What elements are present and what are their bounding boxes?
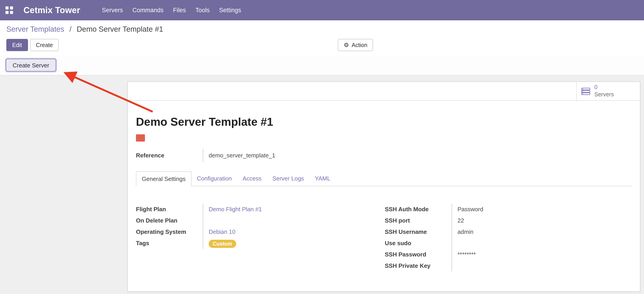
field-label-use-sudo: Use sudo <box>385 237 452 249</box>
action-menu-label: Action <box>352 42 368 48</box>
menu-item-commands[interactable]: Commands <box>132 7 164 14</box>
tab-configuration[interactable]: Configuration <box>192 172 237 186</box>
group-right-labels: SSH Auth Mode SSH port SSH Username Use … <box>385 204 452 271</box>
reference-field: Reference demo_server_template_1 <box>136 149 632 162</box>
ssh-port-value: 22 <box>458 215 632 226</box>
group-left-labels: Flight Plan On Delete Plan Operating Sys… <box>136 204 203 249</box>
main-menu: Servers Commands Files Tools Settings <box>102 7 241 14</box>
ssh-username-value: admin <box>458 226 632 237</box>
app-window: Cetmix Tower Servers Commands Files Tool… <box>0 0 644 294</box>
field-label-on-delete-plan: On Delete Plan <box>136 215 203 226</box>
field-label-operating-system: Operating System <box>136 226 203 237</box>
servers-stat-button[interactable]: 0 Servers <box>576 82 640 100</box>
tab-general-settings[interactable]: General Settings <box>136 172 192 186</box>
form-sheet: 0 Servers Demo Server Template #1 Refere… <box>127 81 640 292</box>
button-box-strip: 0 Servers <box>128 82 640 101</box>
servers-count: 0 <box>594 84 598 91</box>
apps-grid-icon[interactable] <box>6 6 14 14</box>
ssh-private-key-value <box>458 260 632 271</box>
menu-item-servers[interactable]: Servers <box>102 7 123 14</box>
content-area: 0 Servers Demo Server Template #1 Refere… <box>0 76 644 294</box>
use-sudo-value <box>458 237 632 249</box>
create-server-button[interactable]: Create Server <box>6 59 56 71</box>
action-menu-button[interactable]: ⚙ Action <box>338 39 373 51</box>
servers-count-label: Servers <box>594 91 614 98</box>
tag-badge-custom: Custom <box>209 239 236 248</box>
notebook-tabs: General Settings Configuration Access Se… <box>136 172 632 186</box>
breadcrumb-separator: / <box>69 25 71 33</box>
gear-icon: ⚙ <box>344 42 349 48</box>
tab-server-logs[interactable]: Server Logs <box>267 172 309 186</box>
control-panel: Server Templates / Demo Server Template … <box>0 20 644 76</box>
apps-grid-dot <box>6 11 8 14</box>
field-label-ssh-auth-mode: SSH Auth Mode <box>385 204 452 215</box>
breadcrumb-parent-link[interactable]: Server Templates <box>6 25 64 33</box>
field-label-ssh-port: SSH port <box>385 215 452 226</box>
reference-value: demo_server_template_1 <box>203 149 632 162</box>
menu-item-tools[interactable]: Tools <box>195 7 210 14</box>
ssh-auth-mode-value: Password <box>458 204 632 215</box>
app-brand[interactable]: Cetmix Tower <box>24 5 80 15</box>
top-navbar: Cetmix Tower Servers Commands Files Tool… <box>0 0 644 20</box>
field-label-ssh-private-key: SSH Private Key <box>385 260 452 271</box>
breadcrumb: Server Templates / Demo Server Template … <box>6 24 638 34</box>
flight-plan-link[interactable]: Demo Flight Plan #1 <box>209 206 262 213</box>
field-label-ssh-username: SSH Username <box>385 226 452 237</box>
edit-button[interactable]: Edit <box>6 39 28 51</box>
group-left: Flight Plan On Delete Plan Operating Sys… <box>136 204 385 271</box>
reference-label: Reference <box>136 149 203 162</box>
apps-grid-dot <box>10 6 13 9</box>
color-swatch[interactable] <box>136 134 145 141</box>
group-right: SSH Auth Mode SSH port SSH Username Use … <box>385 204 632 271</box>
record-title: Demo Server Template #1 <box>136 114 632 129</box>
breadcrumb-current: Demo Server Template #1 <box>77 25 163 33</box>
menu-item-settings[interactable]: Settings <box>219 7 241 14</box>
on-delete-plan-value <box>209 215 385 226</box>
apps-grid-dot <box>6 6 8 9</box>
sheet-body: Demo Server Template #1 Reference demo_s… <box>128 114 640 280</box>
stat-text: 0 Servers <box>594 84 614 98</box>
ssh-password-value: ******** <box>458 249 632 260</box>
tab-yaml[interactable]: YAML <box>309 172 336 186</box>
field-label-ssh-password: SSH Password <box>385 249 452 260</box>
group-right-values: Password 22 admin ******** <box>452 204 632 271</box>
tab-access[interactable]: Access <box>237 172 267 186</box>
operating-system-link[interactable]: Debian 10 <box>209 228 236 235</box>
field-label-flight-plan: Flight Plan <box>136 204 203 215</box>
field-label-tags: Tags <box>136 237 203 249</box>
create-button[interactable]: Create <box>30 39 59 51</box>
field-groups: Flight Plan On Delete Plan Operating Sys… <box>136 204 632 271</box>
group-left-values: Demo Flight Plan #1 Debian 10 Custom <box>203 204 385 249</box>
control-buttons-row: Edit Create ⚙ Action <box>6 39 638 51</box>
apps-grid-dot <box>10 11 13 14</box>
template-actions-row: Create Server <box>0 56 644 76</box>
servers-icon <box>581 87 590 95</box>
menu-item-files[interactable]: Files <box>173 7 186 14</box>
